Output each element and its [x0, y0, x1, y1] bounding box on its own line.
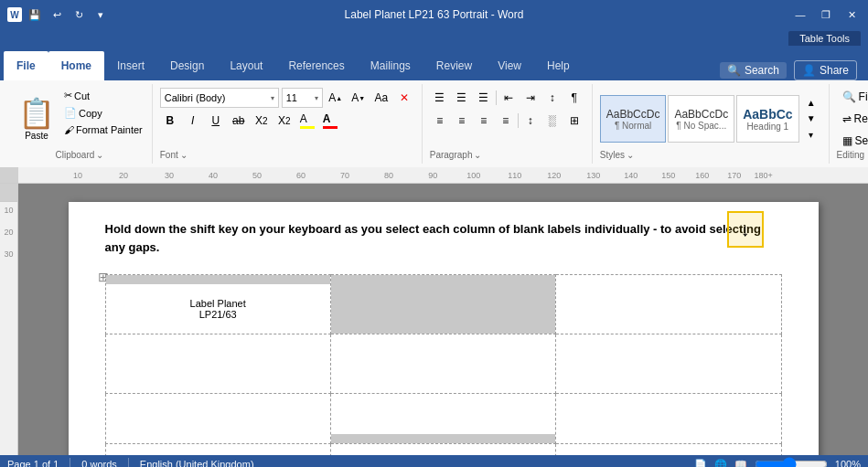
font-size-arrow: ▾	[315, 94, 318, 102]
quick-access-dropdown[interactable]: ▾	[91, 5, 110, 24]
tab-review[interactable]: Review	[423, 51, 485, 80]
underline-button[interactable]: U	[206, 111, 226, 131]
replace-icon: ⇌	[842, 112, 852, 125]
status-separator2	[128, 458, 129, 467]
select-label: Select	[855, 134, 868, 147]
cell-label-name: Label Planet	[190, 298, 246, 309]
styles-scroll-up[interactable]: ▲	[801, 95, 821, 111]
table-cell-3-2	[330, 394, 555, 444]
select-button[interactable]: ▦ Select ▾	[837, 132, 868, 150]
horizontal-ruler: 10 20 30 40 50 60 70 80 90 100 110 120 1…	[0, 167, 868, 184]
tab-insert[interactable]: Insert	[104, 51, 157, 80]
clear-format-button[interactable]: ✕	[394, 88, 414, 108]
borders-button[interactable]: ⊞	[564, 111, 584, 131]
increase-indent-button[interactable]: ⇥	[520, 88, 541, 108]
bold-button[interactable]: B	[160, 111, 180, 131]
align-center-button[interactable]: ≡	[452, 111, 472, 131]
instruction-text: Hold down the shift key on your keyboard…	[105, 220, 782, 256]
show-marks-button[interactable]: ¶	[564, 88, 584, 108]
decrease-indent-button[interactable]: ⇤	[498, 88, 519, 108]
paragraph-group: ☰ ☰ ☰ ⇤ ⇥ ↕ ¶ ≡ ≡ ≡ ≡ ↕ ░ ⊞ Paragraph ⌄	[423, 84, 593, 164]
view-web-icon[interactable]: 🌐	[714, 459, 727, 468]
copy-button[interactable]: 📄 Copy	[60, 105, 146, 121]
font-size-increase-button[interactable]: A▲	[326, 88, 346, 108]
text-highlight-button[interactable]: A	[297, 111, 317, 131]
cut-button[interactable]: ✂ Cut	[60, 88, 146, 103]
styles-label: Styles ⌄	[600, 150, 821, 160]
font-expand-icon[interactable]: ⌄	[180, 150, 188, 160]
style-heading1-preview: AaBbCc	[743, 107, 792, 122]
style-heading1[interactable]: AaBbCc Heading 1	[736, 95, 798, 143]
multilevel-button[interactable]: ☰	[474, 88, 494, 108]
align-right-button[interactable]: ≡	[474, 111, 494, 131]
subscript-button[interactable]: X2	[252, 111, 272, 131]
shading-button[interactable]: ░	[542, 111, 563, 131]
justify-button[interactable]: ≡	[496, 111, 516, 131]
document-area: 10 20 30 Hold down the shift key on your…	[0, 184, 868, 455]
tab-references[interactable]: References	[275, 51, 357, 80]
tab-file[interactable]: File	[4, 51, 48, 80]
paste-button[interactable]: 📋 Paste	[13, 88, 60, 148]
sort-button[interactable]: ↕	[542, 88, 563, 108]
page-wrapper[interactable]: Hold down the shift key on your keyboard…	[18, 184, 868, 455]
editing-label: Editing	[837, 150, 868, 160]
zoom-slider[interactable]	[755, 457, 828, 467]
styles-expand-icon[interactable]: ⌄	[627, 150, 634, 160]
gray-band-top	[106, 275, 330, 284]
table-cell-3-3	[556, 394, 781, 444]
table-tools-label: Table Tools	[788, 31, 861, 46]
font-family-select[interactable]: Calibri (Body) ▾	[160, 88, 279, 108]
paragraph-expand-icon[interactable]: ⌄	[474, 150, 481, 160]
strikethrough-button[interactable]: ab	[229, 111, 249, 131]
table-row	[105, 444, 781, 456]
style-no-spacing[interactable]: AaBbCcDc ¶ No Spac...	[668, 95, 734, 143]
table-row: Label Planet LP21/63	[105, 275, 781, 334]
gray-fill	[331, 275, 555, 334]
clipboard-expand-icon[interactable]: ⌄	[96, 150, 103, 160]
document-page: Hold down the shift key on your keyboard…	[69, 202, 819, 455]
font-family-value: Calibri (Body)	[165, 92, 226, 103]
minimize-button[interactable]: —	[791, 5, 809, 24]
styles-more[interactable]: ▾	[801, 127, 821, 143]
search-box[interactable]: 🔍 Search	[720, 62, 787, 79]
redo-button[interactable]: ↻	[70, 5, 88, 24]
table-cell-1-1: Label Planet LP21/63	[105, 275, 330, 334]
bullets-button[interactable]: ☰	[430, 88, 450, 108]
format-painter-button[interactable]: 🖌 Format Painter	[60, 122, 146, 137]
tab-help[interactable]: Help	[534, 51, 583, 80]
undo-button[interactable]: ↩	[48, 5, 66, 24]
tab-mailings[interactable]: Mailings	[358, 51, 423, 80]
font-size-decrease-button[interactable]: A▼	[348, 88, 369, 108]
save-button[interactable]: 💾	[26, 5, 44, 24]
table-tools-bar: Table Tools	[0, 29, 868, 48]
tab-view[interactable]: View	[485, 51, 534, 80]
styles-group: AaBbCcDc ¶ Normal AaBbCcDc ¶ No Spac... …	[593, 84, 830, 164]
superscript-button[interactable]: X2	[274, 111, 295, 131]
tab-home[interactable]: Home	[48, 51, 104, 80]
view-print-icon[interactable]: 📄	[694, 459, 707, 468]
font-size-select[interactable]: 11 ▾	[282, 88, 323, 108]
table-cell-2-3	[556, 334, 781, 394]
styles-scroll-down[interactable]: ▼	[801, 111, 821, 126]
italic-button[interactable]: I	[183, 111, 203, 131]
ruler-top-corner	[0, 184, 17, 202]
view-read-icon[interactable]: 📖	[734, 459, 747, 468]
replace-button[interactable]: ⇌ Replace	[837, 110, 868, 128]
find-button[interactable]: 🔍 Find ▾	[837, 88, 868, 106]
table-cell-4-3	[556, 444, 781, 456]
close-button[interactable]: ✕	[842, 5, 861, 24]
cell-label-code: LP21/63	[199, 309, 237, 320]
line-spacing-button[interactable]: ↕	[520, 111, 541, 131]
style-normal[interactable]: AaBbCcDc ¶ Normal	[600, 95, 667, 143]
ribbon-tabs: File Home Insert Design Layout Reference…	[0, 48, 868, 80]
clipboard-group: 📋 Paste ✂ Cut 📄 Copy 🖌 Format Painter	[7, 84, 153, 164]
numbering-button[interactable]: ☰	[452, 88, 472, 108]
font-color-button[interactable]: A	[320, 111, 340, 131]
restore-button[interactable]: ❐	[817, 5, 835, 24]
tab-design[interactable]: Design	[157, 51, 217, 80]
change-case-button[interactable]: Aa	[371, 88, 391, 108]
align-left-button[interactable]: ≡	[430, 111, 450, 131]
title-bar-left: W 💾 ↩ ↻ ▾	[7, 5, 110, 24]
share-button[interactable]: 👤 Share	[794, 60, 857, 80]
tab-layout[interactable]: Layout	[217, 51, 275, 80]
